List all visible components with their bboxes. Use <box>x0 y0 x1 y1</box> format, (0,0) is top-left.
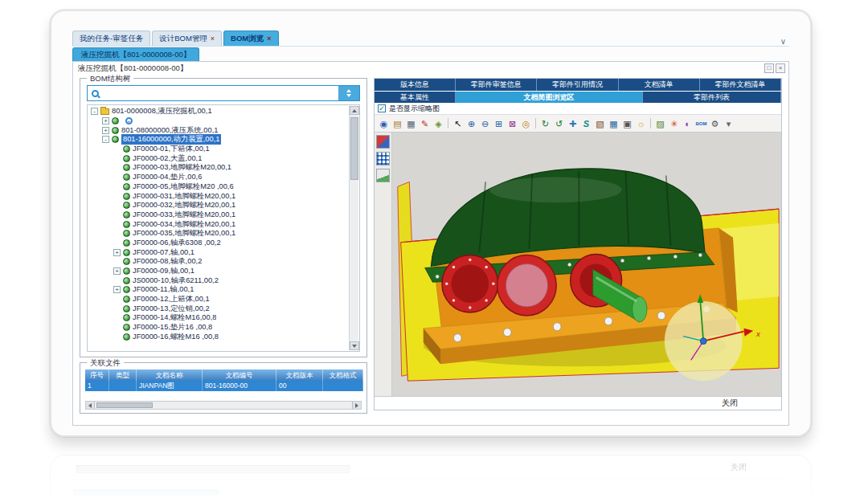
zoom-assist-icon[interactable]: ◎ <box>519 117 533 130</box>
tab-version-info[interactable]: 版本信息 <box>375 79 456 91</box>
viewpoint-icon[interactable] <box>376 135 390 149</box>
light-icon[interactable]: ☼ <box>634 117 648 130</box>
expand-down-icon[interactable] <box>346 94 351 97</box>
tree-item[interactable]: +JF0000-11,轴,00,1 <box>89 285 348 295</box>
tree-item[interactable]: +JF0000-07,轴,00,1 <box>89 247 348 257</box>
tree-item[interactable]: JF0000-02,大盖,00,1 <box>89 153 348 163</box>
tab-close-icon[interactable]: × <box>267 35 271 43</box>
rotate-view-icon[interactable]: ↻ <box>538 117 552 130</box>
tab-document-preview[interactable]: 文档简图浏览区 <box>456 92 643 103</box>
zoom-window-icon[interactable]: ⊞ <box>492 117 506 130</box>
tree-item[interactable]: JF0000-031,地脚螺栓M20,00,1 <box>89 191 348 201</box>
tab-part-reference[interactable]: 零部件引用情况 <box>537 79 618 91</box>
section-icon[interactable]: ▧ <box>593 117 607 130</box>
table-row[interactable]: 1 JIANPAN图 801-16000-00 00 <box>85 381 362 391</box>
zoom-in-icon[interactable]: ⊕ <box>465 117 478 130</box>
grid-icon[interactable]: ▦ <box>607 117 620 130</box>
expander-icon[interactable]: + <box>102 117 109 124</box>
zoom-out-icon[interactable]: ⊖ <box>478 117 492 130</box>
tree-item[interactable]: JF0000-14,螺栓M16,00,8 <box>89 313 348 323</box>
document-info-icon[interactable]: ◉ <box>377 117 391 130</box>
tree-item[interactable]: JF0000-032,地脚螺栓M20,00,1 <box>89 201 348 210</box>
zoom-fit-icon[interactable]: ⊠ <box>506 117 519 130</box>
part-icon <box>123 193 130 200</box>
tree-item[interactable]: JF0000-13,定位销,00,2 <box>89 304 348 313</box>
tree-scrollbar[interactable] <box>349 106 358 350</box>
print-icon[interactable]: ▦ <box>404 117 418 130</box>
model-tree-icon[interactable] <box>376 152 390 165</box>
expander-icon[interactable]: + <box>113 249 121 256</box>
scroll-left-icon[interactable] <box>86 402 95 409</box>
tree-item[interactable]: JF0000-034,地脚螺栓M20,00,1 <box>89 219 348 229</box>
scroll-up-icon[interactable] <box>350 106 359 115</box>
image-view-icon[interactable]: ▨ <box>653 117 667 130</box>
chevron-down-icon[interactable]: ∨ <box>777 37 789 46</box>
tree-item[interactable]: JF0000-15,垫片16 ,00,8 <box>89 323 348 333</box>
tree-item[interactable]: JF0000-033,地脚螺栓M20,00,1 <box>89 210 348 220</box>
3d-viewport[interactable]: x <box>392 133 781 396</box>
table-cell <box>323 381 363 391</box>
close-icon[interactable]: × <box>776 63 785 73</box>
tab-label: 我的任务-审签任务 <box>80 31 143 46</box>
part-icon <box>123 211 130 218</box>
walkthrough-icon[interactable]: S <box>579 117 593 130</box>
expander-icon[interactable]: + <box>102 127 109 134</box>
snapshot-panel-icon[interactable] <box>376 169 390 182</box>
expander-icon[interactable]: + <box>113 267 121 275</box>
tab-close-icon[interactable]: × <box>211 35 215 43</box>
tree-item[interactable]: JF0000-16,螺栓M16 ,00,8 <box>89 333 348 342</box>
snapshot-camera-icon[interactable]: ▣ <box>620 117 634 130</box>
subtab-excavator[interactable]: 液压挖掘机【801-0000008-00】 <box>72 47 199 61</box>
files-hscrollbar[interactable] <box>85 401 362 410</box>
tab-part-list[interactable]: 零部件列表 <box>643 92 781 103</box>
tree-item[interactable]: +801-010000000,底盘总成,00,1 <box>89 116 348 126</box>
tab-basic-properties[interactable]: 基本属性 <box>375 92 456 103</box>
collapse-up-icon[interactable] <box>346 89 351 92</box>
viewer-canvas[interactable]: x <box>392 133 781 396</box>
open-document-icon[interactable]: ▤ <box>391 117 404 130</box>
thumbnail-checkbox[interactable]: ✓ <box>378 104 386 112</box>
tab-my-tasks[interactable]: 我的任务-审签任务 <box>72 31 150 46</box>
toolbar-separator <box>535 118 536 129</box>
search-updown-control[interactable] <box>338 86 359 100</box>
tree-item[interactable]: JF0000-035,地脚螺栓M20,00,1 <box>89 229 348 239</box>
tree-item[interactable]: JF0000-05,地脚螺栓M20 ,00,6 <box>89 182 348 192</box>
tab-bom-browse[interactable]: BOM浏览 × <box>223 31 278 46</box>
scroll-thumb[interactable] <box>350 117 358 180</box>
tree-item[interactable]: JF0000-06,轴承6308 ,00,2 <box>89 239 348 248</box>
tree-item[interactable]: JS0000-10,轴承6211,00,2 <box>89 276 348 285</box>
tree-item[interactable]: JF0000-08,轴承,00,2 <box>89 257 348 267</box>
bom-view-icon[interactable]: BOM <box>694 117 708 130</box>
orbit-view-icon[interactable]: ↺ <box>552 117 566 130</box>
render-palette-icon[interactable]: ◐ <box>681 117 694 130</box>
tree-item[interactable]: JF0000-01,下箱体,00,1 <box>89 145 348 154</box>
scroll-down-icon[interactable] <box>350 341 359 350</box>
tab-part-document-list[interactable]: 零部件文档清单 <box>700 79 781 91</box>
minimize-icon[interactable]: □ <box>764 63 774 73</box>
stamp-icon[interactable]: ◈ <box>432 117 445 130</box>
tree-item[interactable]: -801-0000008,液压挖掘机,00,1 <box>89 107 348 116</box>
redline-edit-icon[interactable]: ✎ <box>418 117 432 130</box>
tab-design-bom[interactable]: 设计BOM管理 × <box>152 31 222 46</box>
expander-icon[interactable]: - <box>102 136 109 143</box>
tab-document-list[interactable]: 文档清单 <box>619 79 700 91</box>
select-arrow-icon[interactable]: ↖ <box>451 117 465 130</box>
pan-view-icon[interactable]: ✚ <box>566 117 579 130</box>
settings-icon[interactable]: ⚙ <box>708 117 722 130</box>
scroll-thumb[interactable] <box>96 402 153 408</box>
column-header: 文档格式 <box>323 369 363 381</box>
tree-item[interactable]: +801-08000000,液压系统,00,1 <box>89 125 348 135</box>
search-input[interactable] <box>103 87 338 100</box>
tree-item[interactable]: +JF0000-09,轴,00,1 <box>89 267 348 276</box>
expander-icon[interactable]: - <box>91 108 98 115</box>
explode-icon[interactable]: ✳ <box>667 117 681 130</box>
tab-part-review-info[interactable]: 零部件审签信息 <box>456 79 537 91</box>
scroll-right-icon[interactable] <box>352 402 361 409</box>
tree-item[interactable]: JF0000-12,上箱体,00,1 <box>89 295 348 304</box>
tree-item[interactable]: -801-16000000,动力装置,00,1 <box>89 135 348 145</box>
more-icon[interactable]: ▾ <box>722 117 735 130</box>
tree-item[interactable]: JF0000-03,地脚螺栓M20,00,1 <box>89 163 348 173</box>
expander-icon[interactable]: + <box>113 286 121 293</box>
close-button[interactable]: 关闭 <box>722 398 738 409</box>
tree-item[interactable]: JF0000-04,垫片,00,6 <box>89 173 348 182</box>
